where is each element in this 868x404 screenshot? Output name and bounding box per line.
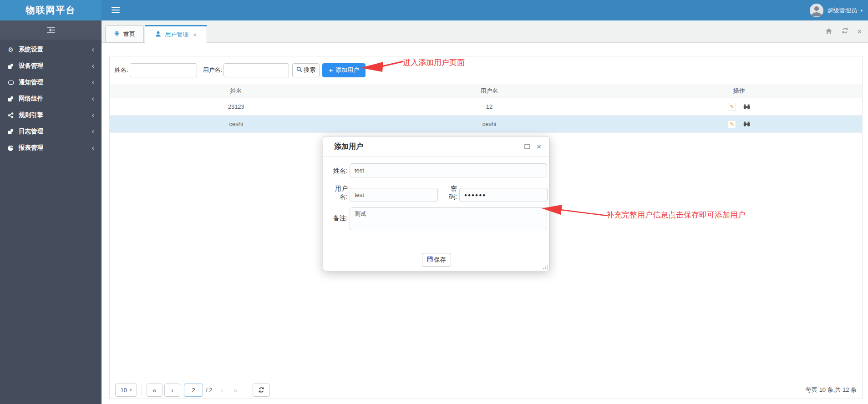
binoculars-icon[interactable] <box>743 104 750 110</box>
user-icon <box>155 31 161 38</box>
binoculars-icon[interactable] <box>743 121 750 127</box>
pagination-summary: 每页 10 条,共 12 条 <box>806 386 857 394</box>
module-icon <box>7 63 14 69</box>
home-icon[interactable] <box>825 28 832 36</box>
edit-pencil-icon[interactable]: ✎ <box>728 120 736 128</box>
user-name: 超级管理员 <box>827 6 857 15</box>
sidebar-item-label: 系统设置 <box>19 45 43 54</box>
chevron-left-icon: ‹ <box>92 111 94 119</box>
close-icon[interactable]: × <box>537 143 541 151</box>
next-page-button[interactable]: › <box>215 386 228 394</box>
chevron-left-icon: ‹ <box>92 144 94 152</box>
plus-icon: + <box>329 67 333 74</box>
chevron-left-icon: ‹ <box>92 46 94 53</box>
modal-header[interactable]: 添加用户 × <box>323 136 549 157</box>
maximize-icon[interactable] <box>524 144 530 149</box>
table-row[interactable]: 23123 12 ✎ <box>110 98 862 116</box>
table-row-highlighted[interactable]: ceshi ceshi ✎ <box>110 116 862 133</box>
iot-platform-screen: 物联网平台 超级管理员 ▾ ⚙ 系统设置 ‹ 设备管理 <box>0 0 868 404</box>
pie-chart-icon <box>7 145 14 151</box>
magnifier-icon <box>296 66 302 74</box>
sidebar-item-label: 规则引擎 <box>19 111 43 119</box>
cell-username: ceshi <box>363 116 616 133</box>
search-toolbar: 姓名: 用户名: 搜索 + 添加用户 <box>110 56 862 84</box>
resize-handle[interactable] <box>543 265 548 269</box>
chevron-left-icon: ‹ <box>92 128 94 135</box>
sidebar-item-label: 报表管理 <box>19 144 43 152</box>
sidebar-item-rule-engine[interactable]: 规则引擎 ‹ <box>0 107 102 123</box>
row-actions: ✎ <box>616 116 863 132</box>
caret-down-icon: ▾ <box>130 388 132 392</box>
sidebar: ⚙ 系统设置 ‹ 设备管理 ‹ 通知管理 ‹ 网络组件 <box>0 20 102 404</box>
first-page-button[interactable]: « <box>147 384 162 397</box>
add-user-modal: 添加用户 × 姓名: 用户名: 密码: 备注: 测试 保存 <box>323 136 550 271</box>
modal-password-label: 密码: <box>446 184 457 201</box>
refresh-button[interactable] <box>253 384 270 397</box>
sidebar-toggle-icon[interactable] <box>112 7 120 14</box>
modal-username-input[interactable] <box>350 188 438 202</box>
divider <box>247 385 247 395</box>
tab-label: 用户管理 <box>165 30 188 39</box>
sidebar-item-log-management[interactable]: 日志管理 ‹ <box>0 123 102 140</box>
floppy-disk-icon <box>427 256 433 263</box>
cell-name: ceshi <box>110 116 363 133</box>
table-header-row: 姓名 用户名 操作 <box>110 84 862 98</box>
content-area: 首页 用户管理 × × 姓名 <box>102 20 868 404</box>
search-button[interactable]: 搜索 <box>292 63 320 77</box>
app-logo[interactable]: 物联网平台 <box>0 0 102 20</box>
prev-page-button[interactable]: ‹ <box>164 384 180 397</box>
caret-down-icon: ▾ <box>860 8 863 13</box>
divider <box>142 385 142 395</box>
name-filter-input[interactable] <box>130 63 197 77</box>
page-count-label: / 2 <box>206 387 212 394</box>
modal-remark-textarea[interactable]: 测试 <box>350 207 547 230</box>
tab-user-management[interactable]: 用户管理 × <box>145 25 207 43</box>
col-header-username[interactable]: 用户名 <box>363 84 616 98</box>
tab-label: 首页 <box>123 30 135 38</box>
save-button-label: 保存 <box>434 256 446 264</box>
chevron-left-icon: ‹ <box>92 62 94 70</box>
tab-bar: 首页 用户管理 × × <box>102 20 868 43</box>
sidebar-collapse-button[interactable] <box>0 20 102 40</box>
add-user-button-label: 添加用户 <box>335 66 359 74</box>
annotation-enter-add-user: 进入添加用户页面 <box>403 57 465 68</box>
edit-pencil-icon[interactable]: ✎ <box>728 103 736 111</box>
annotation-arrow-to-modal <box>540 204 608 219</box>
sidebar-item-device-management[interactable]: 设备管理 ‹ <box>0 58 102 74</box>
outdent-icon <box>47 27 55 33</box>
tab-bar-actions: × <box>815 20 862 43</box>
user-table: 姓名 用户名 操作 23123 12 ✎ <box>110 84 862 133</box>
sidebar-item-label: 通知管理 <box>19 78 43 86</box>
sidebar-item-system-settings[interactable]: ⚙ 系统设置 ‹ <box>0 41 102 58</box>
last-page-button[interactable]: » <box>228 386 242 394</box>
sidebar-item-notification-management[interactable]: 通知管理 ‹ <box>0 74 102 91</box>
modal-name-input[interactable] <box>350 163 547 177</box>
close-icon[interactable]: × <box>193 31 197 38</box>
page-number-input[interactable] <box>184 384 203 397</box>
add-user-button[interactable]: + 添加用户 <box>322 63 365 77</box>
refresh-icon[interactable] <box>842 27 848 36</box>
gears-icon: ⚙ <box>7 46 14 53</box>
close-icon[interactable]: × <box>858 28 862 35</box>
cell-username: 12 <box>363 98 616 116</box>
sidebar-item-network-components[interactable]: 网络组件 ‹ <box>0 91 102 107</box>
chevron-left-icon: ‹ <box>92 95 94 102</box>
annotation-arrow-to-add-button <box>360 56 405 75</box>
sidebar-item-report-management[interactable]: 报表管理 ‹ <box>0 140 102 156</box>
save-button[interactable]: 保存 <box>422 253 451 267</box>
tab-home[interactable]: 首页 <box>105 25 144 43</box>
modal-name-label: 姓名: <box>330 167 348 175</box>
sidebar-item-label: 设备管理 <box>19 62 43 70</box>
cell-name: 23123 <box>110 98 363 116</box>
avatar <box>810 4 823 17</box>
modal-username-label: 用户名: <box>331 184 348 201</box>
username-filter-input[interactable] <box>223 63 289 77</box>
annotation-save-hint: 补充完整用户信息点击保存即可添加用户 <box>606 210 746 220</box>
col-header-name[interactable]: 姓名 <box>110 84 363 98</box>
sidebar-menu: ⚙ 系统设置 ‹ 设备管理 ‹ 通知管理 ‹ 网络组件 <box>0 40 102 156</box>
module-icon <box>7 96 14 102</box>
modal-password-input[interactable] <box>459 188 548 202</box>
page-size-dropdown[interactable]: 10 ▾ <box>115 384 137 397</box>
user-menu[interactable]: 超级管理员 ▾ <box>810 0 863 20</box>
pagination-bar: 10 ▾ « ‹ / 2 › » 每页 10 条,共 12 条 <box>110 381 862 399</box>
